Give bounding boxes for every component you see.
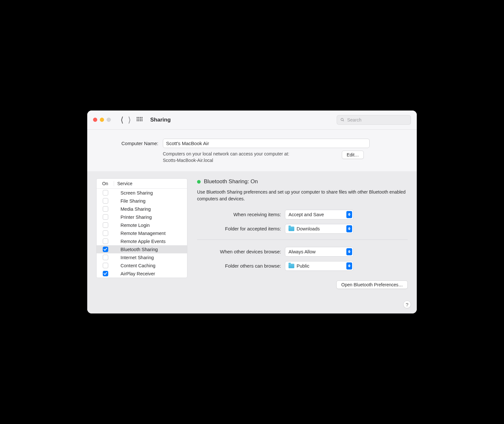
popup-stepper-icon	[346, 262, 352, 270]
service-checkbox-remote-management[interactable]	[103, 230, 108, 236]
receiving-label: When receiving items:	[197, 212, 281, 217]
service-checkbox-media-sharing[interactable]	[103, 206, 108, 212]
services-list: On Service Screen SharingFile SharingMed…	[96, 178, 187, 278]
computer-name-description: Computers on your local network can acce…	[163, 151, 337, 164]
divider	[197, 239, 408, 240]
service-checkbox-printer-sharing[interactable]	[103, 214, 108, 220]
service-checkbox-internet-sharing[interactable]	[103, 255, 108, 260]
search-icon	[340, 117, 344, 122]
browse-label: When other devices browse:	[197, 249, 281, 254]
status-row: Bluetooth Sharing: On	[197, 178, 408, 185]
folder-accepted-popup[interactable]: Downloads	[285, 224, 353, 234]
sharing-prefpane-window: ⟨ ⟩ Sharing Computer Name: Computers on …	[87, 111, 417, 314]
service-checkbox-screen-sharing[interactable]	[103, 190, 108, 196]
service-label: Remote Apple Events	[114, 239, 165, 244]
service-label: Remote Management	[114, 231, 165, 236]
service-row-remote-apple-events[interactable]: Remote Apple Events	[97, 237, 187, 245]
close-window-button[interactable]	[93, 118, 97, 122]
service-row-remote-management[interactable]: Remote Management	[97, 229, 187, 237]
service-row-file-sharing[interactable]: File Sharing	[97, 197, 187, 205]
service-label: Bluetooth Sharing	[114, 247, 158, 252]
forward-button: ⟩	[128, 116, 131, 124]
receiving-value: Accept and Save	[289, 212, 324, 217]
svg-point-0	[341, 118, 343, 121]
folder-accepted-label: Folder for accepted items:	[197, 226, 281, 231]
folder-browse-label: Folder others can browse:	[197, 263, 281, 269]
service-label: Screen Sharing	[114, 190, 153, 196]
status-dot-icon	[197, 180, 201, 184]
service-row-screen-sharing[interactable]: Screen Sharing	[97, 189, 187, 197]
back-button[interactable]: ⟨	[121, 116, 123, 124]
computer-name-label: Computer Name:	[100, 141, 158, 146]
folder-browse-value: Public	[297, 263, 310, 269]
services-header-on: On	[97, 181, 114, 186]
service-row-media-sharing[interactable]: Media Sharing	[97, 205, 187, 213]
zoom-window-button	[107, 118, 111, 122]
search-field-container[interactable]	[337, 115, 411, 125]
edit-hostname-button[interactable]: Edit…	[342, 151, 364, 159]
popup-stepper-icon	[346, 211, 352, 218]
svg-line-1	[343, 120, 344, 121]
nav-arrows: ⟨ ⟩	[121, 116, 131, 124]
service-row-content-caching[interactable]: Content Caching	[97, 261, 187, 270]
computer-name-input[interactable]	[163, 139, 370, 148]
service-detail: Bluetooth Sharing: On Use Bluetooth Shar…	[197, 178, 408, 289]
browse-value: Always Allow	[289, 249, 316, 254]
browse-popup[interactable]: Always Allow	[285, 247, 353, 257]
service-row-airplay-receiver[interactable]: AirPlay Receiver	[97, 270, 187, 278]
open-bluetooth-prefs-button[interactable]: Open Bluetooth Preferences…	[336, 281, 408, 289]
services-header-service: Service	[114, 181, 132, 186]
service-label: Media Sharing	[114, 207, 151, 212]
minimize-window-button[interactable]	[100, 118, 104, 122]
status-title: Bluetooth Sharing: On	[204, 178, 258, 185]
folder-browse-popup[interactable]: Public	[285, 261, 353, 271]
service-checkbox-bluetooth-sharing[interactable]	[103, 247, 108, 252]
service-checkbox-file-sharing[interactable]	[103, 198, 108, 204]
popup-stepper-icon	[346, 248, 352, 255]
service-checkbox-content-caching[interactable]	[103, 263, 108, 268]
folder-icon	[289, 227, 294, 231]
service-label: File Sharing	[114, 198, 145, 204]
search-input[interactable]	[347, 117, 407, 122]
titlebar: ⟨ ⟩ Sharing	[87, 111, 417, 130]
service-checkbox-airplay-receiver[interactable]	[103, 271, 108, 276]
service-label: Remote Login	[114, 223, 150, 228]
popup-stepper-icon	[346, 225, 352, 232]
service-row-remote-login[interactable]: Remote Login	[97, 221, 187, 229]
service-label: Content Caching	[114, 263, 155, 268]
pane-title: Sharing	[150, 117, 171, 123]
service-checkbox-remote-apple-events[interactable]	[103, 238, 108, 244]
folder-accepted-value: Downloads	[297, 226, 320, 231]
status-description: Use Bluetooth Sharing preferences and se…	[197, 189, 408, 202]
service-label: AirPlay Receiver	[114, 271, 155, 276]
folder-icon	[289, 264, 294, 268]
service-row-internet-sharing[interactable]: Internet Sharing	[97, 253, 187, 261]
service-row-printer-sharing[interactable]: Printer Sharing	[97, 213, 187, 221]
computer-name-section: Computer Name: Computers on your local n…	[87, 130, 417, 172]
main-area: On Service Screen SharingFile SharingMed…	[87, 171, 417, 313]
services-header: On Service	[97, 179, 187, 189]
service-label: Internet Sharing	[114, 255, 154, 260]
service-label: Printer Sharing	[114, 215, 152, 220]
service-checkbox-remote-login[interactable]	[103, 222, 108, 228]
service-row-bluetooth-sharing[interactable]: Bluetooth Sharing	[97, 245, 187, 253]
window-controls	[93, 118, 111, 122]
receiving-popup[interactable]: Accept and Save	[285, 210, 353, 219]
show-all-prefs-icon[interactable]	[137, 117, 142, 123]
